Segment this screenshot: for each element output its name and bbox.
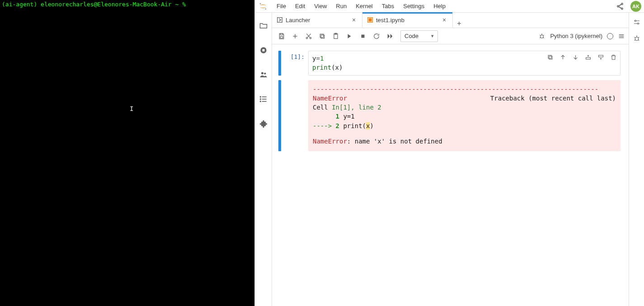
property-inspector-icon[interactable] — [632, 17, 642, 27]
svg-rect-44 — [586, 57, 590, 59]
new-tab-button[interactable]: + — [453, 19, 465, 28]
traceback-label: Traceback (most recent call last) — [490, 94, 616, 103]
svg-line-36 — [543, 35, 544, 35]
svg-line-5 — [619, 4, 621, 6]
menu-view[interactable]: View — [310, 1, 330, 11]
kernel-name[interactable]: Python 3 (ipykernel) — [550, 33, 602, 39]
move-down-icon[interactable] — [571, 53, 579, 61]
users-icon[interactable] — [259, 70, 268, 80]
svg-point-16 — [260, 101, 261, 102]
svg-line-56 — [634, 40, 635, 41]
run-button[interactable] — [343, 30, 355, 42]
svg-line-54 — [634, 37, 635, 38]
menu-settings[interactable]: Settings — [400, 1, 428, 11]
terminal-env: (ai-agent) — [2, 1, 37, 8]
cell-type-value: Code — [404, 33, 418, 39]
delete-cell-icon[interactable] — [609, 53, 617, 61]
jupyter-logo-icon[interactable] — [258, 1, 268, 12]
cell-gutter — [278, 80, 281, 152]
svg-point-33 — [541, 35, 544, 38]
svg-point-14 — [260, 96, 261, 97]
save-button[interactable] — [276, 30, 287, 42]
tab-test1-ipynb[interactable]: test1.ipynb × — [362, 12, 453, 28]
menu-kernel[interactable]: Kernel — [352, 1, 376, 11]
menu-edit[interactable]: Edit — [291, 1, 309, 11]
cell-type-select[interactable]: Code ▾ — [400, 30, 438, 42]
insert-cell-button[interactable] — [289, 30, 301, 42]
notebook-tab-icon — [367, 17, 373, 23]
terminal-userhost: eleonorecharles@Eleonores-MacBook-Air ~ — [37, 1, 182, 8]
svg-line-37 — [540, 37, 541, 38]
files-icon[interactable] — [259, 21, 268, 31]
debugger-panel-icon[interactable] — [632, 33, 642, 43]
svg-point-15 — [260, 99, 261, 100]
error-name: NameError — [313, 95, 347, 102]
svg-rect-21 — [280, 36, 282, 38]
tb-line-body: y=1 — [339, 113, 355, 120]
chevron-down-icon: ▾ — [431, 33, 434, 39]
code-editor[interactable]: y=1 print(x) — [308, 51, 620, 76]
svg-rect-47 — [598, 55, 603, 57]
code-token: print — [312, 64, 331, 71]
switch-kernel-icon[interactable] — [618, 33, 625, 40]
code-cell[interactable]: [1]: — [278, 51, 620, 76]
menu-file[interactable]: File — [273, 1, 290, 11]
kernel-status-icon[interactable] — [607, 33, 613, 39]
execution-prompt: [1]: — [283, 51, 308, 76]
svg-point-24 — [306, 37, 307, 38]
debugger-icon[interactable] — [538, 33, 545, 40]
tb-arrow: ----> — [313, 122, 336, 129]
svg-rect-42 — [549, 56, 552, 59]
user-avatar[interactable]: AK — [630, 1, 641, 12]
notebook-toolbar: Code ▾ Python 3 (ipykernel) — [272, 28, 629, 44]
tab-close-icon[interactable]: × — [350, 16, 357, 24]
error-final-name: NameError — [313, 138, 347, 145]
interrupt-button[interactable] — [357, 30, 369, 42]
svg-line-6 — [619, 6, 621, 8]
insert-below-icon[interactable] — [597, 53, 605, 61]
restart-button[interactable] — [371, 30, 382, 42]
svg-point-25 — [310, 37, 311, 38]
menubar: File Edit View Run Kernel Tabs Settings … — [255, 0, 644, 13]
output-cell: ----------------------------------------… — [278, 80, 620, 152]
cell-action-bar — [546, 53, 617, 61]
svg-rect-28 — [321, 35, 324, 38]
menu-help[interactable]: Help — [430, 1, 449, 11]
svg-rect-32 — [362, 34, 365, 38]
share-icon[interactable] — [616, 2, 624, 10]
svg-rect-29 — [320, 34, 323, 37]
restart-run-all-button[interactable] — [384, 30, 396, 42]
menu-run[interactable]: Run — [332, 1, 350, 11]
launcher-tab-icon — [277, 17, 283, 23]
tab-bar: Launcher × test1.ipynb × + — [272, 13, 629, 28]
svg-point-51 — [637, 23, 639, 24]
paste-button[interactable] — [330, 30, 342, 42]
menu-tabs[interactable]: Tabs — [378, 1, 398, 11]
tab-launcher[interactable]: Launcher × — [272, 12, 362, 28]
notebook-panel[interactable]: [1]: — [272, 44, 629, 306]
error-output: ----------------------------------------… — [308, 80, 620, 152]
extensions-icon[interactable] — [259, 119, 268, 129]
svg-point-50 — [635, 20, 636, 22]
code-token: (x) — [331, 64, 343, 71]
tb-lineno: 1 — [336, 113, 339, 120]
svg-rect-19 — [369, 19, 372, 22]
terminal-pane[interactable]: (ai-agent) eleonorecharles@Eleonores-Mac… — [0, 0, 254, 306]
cut-button[interactable] — [303, 30, 315, 42]
terminal-prompt-symbol: % — [182, 1, 186, 8]
traceback-divider: ----------------------------------------… — [313, 85, 616, 94]
duplicate-cell-icon[interactable] — [546, 53, 554, 61]
left-activity-bar — [255, 13, 272, 306]
tb-line-body: print( — [339, 122, 366, 129]
error-final-msg: : name 'x' is not defined — [347, 138, 442, 145]
insert-above-icon[interactable] — [584, 53, 592, 61]
tab-label: Launcher — [286, 17, 310, 24]
svg-point-3 — [617, 5, 619, 7]
svg-point-10 — [264, 72, 266, 74]
tab-close-icon[interactable]: × — [441, 16, 448, 24]
running-icon[interactable] — [259, 45, 268, 55]
copy-button[interactable] — [316, 30, 328, 42]
move-up-icon[interactable] — [559, 53, 567, 61]
toc-icon[interactable] — [259, 94, 268, 104]
svg-line-35 — [540, 35, 541, 35]
